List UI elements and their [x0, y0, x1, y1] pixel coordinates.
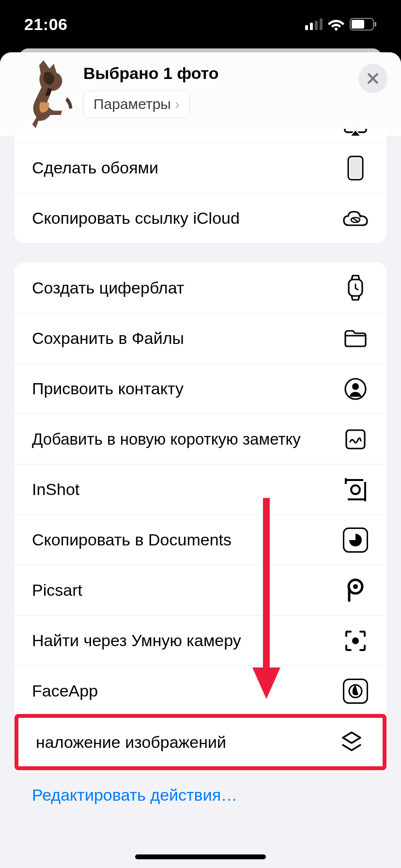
action-airplay[interactable]: AirPlay: [15, 129, 386, 142]
icloud-link-icon: [342, 205, 369, 232]
svg-point-4: [335, 28, 338, 31]
folder-icon: [342, 325, 369, 352]
highlighted-action: наложение изображений: [15, 714, 386, 770]
action-save-to-files[interactable]: Сохранить в Файлы: [15, 313, 386, 363]
chevron-right-icon: ›: [175, 96, 180, 112]
smart-camera-icon: [342, 627, 369, 654]
watch-icon: [342, 274, 369, 301]
status-icons: [305, 18, 377, 31]
svg-point-18: [351, 485, 360, 494]
action-group-1: AirPlay Сделать обоями Скопировать ссылк…: [15, 129, 386, 243]
cellular-icon: [305, 18, 323, 30]
cat-thumbnail-image: [1, 52, 89, 137]
svg-rect-2: [315, 21, 318, 30]
share-sheet: Выбрано 1 фото Параметры › AirPlay Сдела…: [0, 52, 401, 868]
svg-rect-7: [374, 22, 376, 27]
quicknote-icon: [342, 426, 369, 453]
action-picsart[interactable]: Picsart: [15, 565, 386, 615]
action-copy-documents[interactable]: Скопировать в Documents: [15, 514, 386, 565]
svg-rect-3: [320, 18, 323, 30]
options-button[interactable]: Параметры ›: [83, 91, 190, 118]
battery-icon: [350, 18, 377, 31]
picsart-icon: [342, 577, 369, 604]
svg-rect-17: [346, 430, 365, 449]
action-add-quicknote[interactable]: Добавить в новую короткую заметку: [15, 414, 386, 464]
layers-icon: [338, 728, 365, 756]
svg-rect-0: [305, 25, 308, 30]
action-smart-camera[interactable]: Найти через Умную камеру: [15, 615, 386, 666]
actions-scroll[interactable]: AirPlay Сделать обоями Скопировать ссылк…: [0, 129, 401, 868]
wifi-icon: [327, 18, 345, 31]
svg-rect-6: [352, 20, 364, 29]
share-header: Выбрано 1 фото Параметры ›: [0, 52, 401, 137]
svg-rect-10: [350, 158, 361, 178]
svg-rect-1: [310, 23, 313, 30]
inshot-icon: [342, 476, 369, 503]
edit-actions-link[interactable]: Редактировать действия…: [15, 770, 386, 820]
action-create-watchface[interactable]: Создать циферблат: [15, 263, 386, 313]
action-copy-icloud-link[interactable]: Скопировать ссылку iCloud: [15, 193, 386, 243]
svg-line-12: [353, 218, 358, 222]
airplay-icon: [342, 129, 369, 140]
action-wallpaper[interactable]: Сделать обоями: [15, 142, 386, 193]
svg-point-22: [353, 584, 358, 589]
close-icon: [367, 72, 379, 85]
home-indicator[interactable]: [135, 854, 266, 859]
action-faceapp[interactable]: FaceApp: [15, 666, 386, 716]
documents-app-icon: [342, 527, 369, 554]
action-assign-contact[interactable]: Присвоить контакту: [15, 363, 386, 414]
options-label: Параметры: [93, 96, 171, 112]
action-group-2: Создать циферблат Сохранить в Файлы Прис…: [15, 263, 386, 770]
status-bar: 21:06: [0, 0, 401, 48]
action-image-overlay[interactable]: наложение изображений: [18, 718, 383, 766]
svg-point-16: [352, 383, 359, 390]
action-inshot[interactable]: InShot: [15, 464, 386, 514]
svg-point-24: [352, 637, 359, 644]
share-title: Выбрано 1 фото: [83, 64, 219, 83]
contact-icon: [342, 375, 369, 403]
photo-thumbnail[interactable]: [14, 62, 77, 125]
faceapp-icon: [342, 678, 369, 705]
close-button[interactable]: [358, 64, 387, 93]
phone-icon: [342, 155, 369, 182]
status-time: 21:06: [24, 15, 67, 34]
